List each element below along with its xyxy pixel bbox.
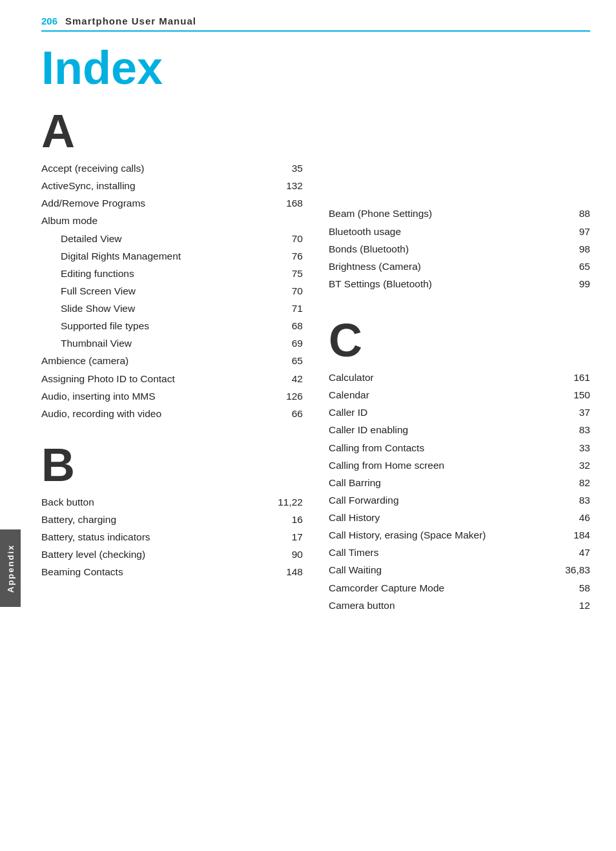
list-item: Call Forwarding 83 — [329, 491, 590, 509]
list-item: ActiveSync, installing 132 — [41, 177, 303, 194]
list-item: Brightness (Camera) 65 — [329, 258, 590, 275]
header-bar: 206 Smartphone User Manual — [41, 15, 590, 32]
manual-title: Smartphone User Manual — [65, 15, 196, 26]
list-item: Editing functions 75 — [41, 265, 303, 282]
list-item: Battery, status indicators 17 — [41, 528, 303, 546]
right-column: Beam (Phone Settings) 88 Bluetooth usage… — [329, 97, 590, 614]
list-item: Detailed View 70 — [41, 230, 303, 247]
left-column: A Accept (receiving calls) 35 ActiveSync… — [41, 97, 303, 614]
page-number: 206 — [41, 15, 57, 26]
list-item: Camcorder Capture Mode 58 — [329, 579, 590, 597]
list-item: Full Screen View 70 — [41, 282, 303, 300]
list-item: Calendar 150 — [329, 386, 590, 404]
list-item: Calling from Contacts 33 — [329, 439, 590, 456]
list-item: Slide Show View 71 — [41, 300, 303, 317]
list-item: Assigning Photo ID to Contact 42 — [41, 370, 303, 387]
list-item: Caller ID 37 — [329, 404, 590, 421]
appendix-tab: Appendix — [0, 529, 21, 607]
list-item: Bonds (Bluetooth) 98 — [329, 240, 590, 258]
list-item: Call Waiting 36,83 — [329, 561, 590, 579]
index-title: Index — [41, 45, 590, 91]
list-item: Battery, charging 16 — [41, 511, 303, 528]
list-item: Beaming Contacts 148 — [41, 563, 303, 580]
list-item: Accept (receiving calls) 35 — [41, 159, 303, 177]
list-item: Audio, inserting into MMS 126 — [41, 387, 303, 405]
list-item: Caller ID enabling 83 — [329, 421, 590, 438]
list-item: Bluetooth usage 97 — [329, 223, 590, 240]
list-item: Call Timers 47 — [329, 544, 590, 561]
list-item: Back button 11,22 — [41, 493, 303, 511]
list-item: Camera button 12 — [329, 597, 590, 614]
list-item: Call History, erasing (Space Maker) 184 — [329, 526, 590, 544]
list-item: BT Settings (Bluetooth) 99 — [329, 275, 590, 292]
list-item: Ambience (camera) 65 — [41, 352, 303, 369]
list-item: Calling from Home screen 32 — [329, 456, 590, 474]
letter-a-heading: A — [41, 108, 303, 154]
list-item: Thumbnail View 69 — [41, 334, 303, 352]
letter-c-heading: C — [329, 317, 590, 364]
list-item: Call Barring 82 — [329, 474, 590, 491]
list-item: Beam (Phone Settings) 88 — [329, 205, 590, 222]
list-item: Battery level (checking) 90 — [41, 546, 303, 563]
list-item: Call History 46 — [329, 509, 590, 526]
list-item: Add/Remove Programs 168 — [41, 194, 303, 212]
list-item: Album mode — [41, 212, 303, 229]
list-item: Audio, recording with video 66 — [41, 405, 303, 422]
list-item: Supported file types 68 — [41, 317, 303, 334]
letter-b-heading: B — [41, 442, 303, 488]
list-item: Digital Rights Management 76 — [41, 247, 303, 265]
list-item: Calculator 161 — [329, 369, 590, 386]
